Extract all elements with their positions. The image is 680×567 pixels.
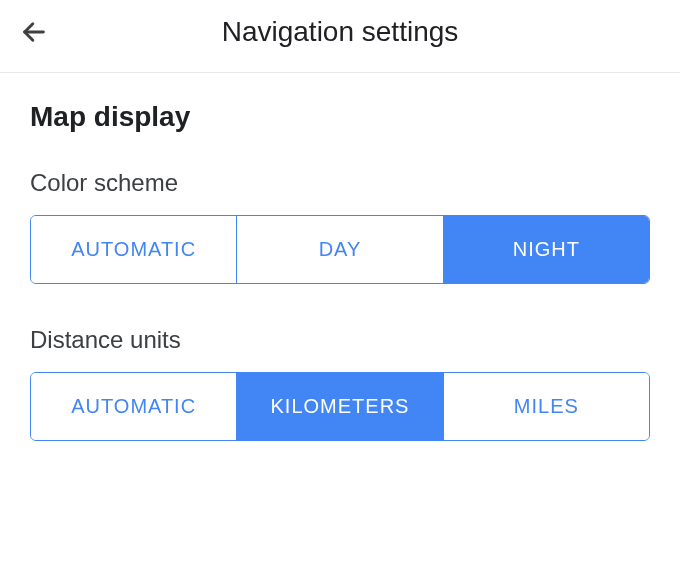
distance-units-option-automatic[interactable]: AUTOMATIC [31, 373, 237, 440]
page-title: Navigation settings [48, 16, 632, 48]
color-scheme-option-automatic[interactable]: AUTOMATIC [31, 216, 237, 283]
color-scheme-segmented: AUTOMATIC DAY NIGHT [30, 215, 650, 284]
color-scheme-option-day[interactable]: DAY [237, 216, 443, 283]
content: Map display Color scheme AUTOMATIC DAY N… [0, 73, 680, 441]
color-scheme-option-night[interactable]: NIGHT [444, 216, 649, 283]
distance-units-segmented: AUTOMATIC KILOMETERS MILES [30, 372, 650, 441]
back-arrow-icon[interactable] [20, 18, 48, 46]
distance-units-option-kilometers[interactable]: KILOMETERS [237, 373, 443, 440]
color-scheme-label: Color scheme [30, 169, 650, 197]
header: Navigation settings [0, 0, 680, 73]
distance-units-option-miles[interactable]: MILES [444, 373, 649, 440]
section-heading: Map display [30, 101, 650, 133]
distance-units-label: Distance units [30, 326, 650, 354]
